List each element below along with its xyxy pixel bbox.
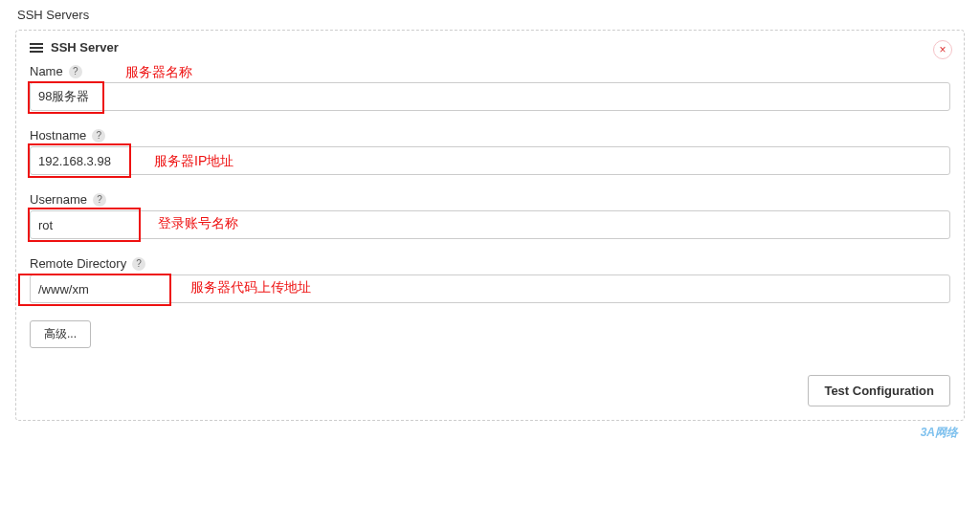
username-label: Username [30, 192, 87, 207]
help-icon[interactable]: ? [69, 65, 82, 78]
drag-handle-icon[interactable] [30, 43, 43, 53]
advanced-row: 高级... [30, 320, 950, 348]
ssh-server-panel: SSH Server × Name ? 服务器名称 Hostname ? 服务器… [15, 30, 965, 421]
field-name: Name ? 服务器名称 [30, 64, 950, 111]
remote-directory-label: Remote Directory [30, 256, 126, 271]
remote-directory-input[interactable] [30, 274, 950, 303]
panel-footer: Test Configuration [30, 375, 950, 406]
help-icon[interactable]: ? [93, 193, 106, 207]
field-remote-directory: Remote Directory ? 服务器代码上传地址 [30, 256, 950, 303]
help-icon[interactable]: ? [132, 257, 145, 271]
watermark-text: 3A网络 [921, 425, 958, 440]
help-icon[interactable]: ? [92, 129, 105, 143]
name-label: Name [30, 64, 63, 78]
section-title: SSH Servers [17, 8, 965, 22]
hostname-label: Hostname [30, 128, 86, 143]
name-input[interactable] [30, 82, 950, 111]
hostname-input[interactable] [30, 146, 950, 175]
advanced-button[interactable]: 高级... [30, 320, 91, 348]
panel-title: SSH Server [51, 40, 119, 55]
test-configuration-button[interactable]: Test Configuration [808, 375, 950, 406]
panel-header: SSH Server [30, 40, 950, 55]
field-hostname: Hostname ? 服务器IP地址 [30, 128, 950, 175]
field-username: Username ? 登录账号名称 [30, 192, 950, 239]
close-button[interactable]: × [933, 40, 952, 59]
username-input[interactable] [30, 210, 950, 239]
